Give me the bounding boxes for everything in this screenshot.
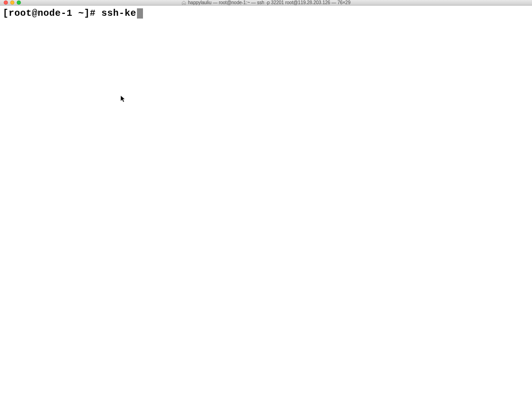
window-controls (0, 0, 21, 5)
mouse-pointer-icon (120, 95, 127, 103)
minimize-button[interactable] (10, 0, 14, 5)
command-input[interactable]: ssh-ke (102, 7, 136, 19)
cursor (137, 8, 143, 19)
window-title-text: happylauliu — root@node-1:~ — ssh -p 322… (188, 0, 350, 5)
window-titlebar: happylauliu — root@node-1:~ — ssh -p 322… (0, 0, 532, 6)
window-title: happylauliu — root@node-1:~ — ssh -p 322… (182, 0, 350, 5)
prompt-line: [root@node-1 ~]# ssh-ke (3, 7, 529, 19)
home-icon (182, 0, 186, 5)
maximize-button[interactable] (17, 0, 21, 5)
terminal-body[interactable]: [root@node-1 ~]# ssh-ke (0, 6, 532, 21)
shell-prompt: [root@node-1 ~]# (3, 7, 102, 19)
close-button[interactable] (4, 0, 8, 5)
